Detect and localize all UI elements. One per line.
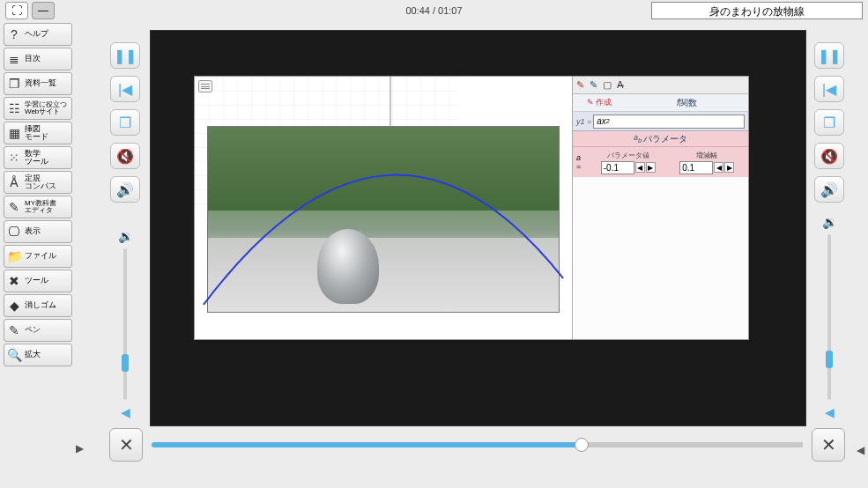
header: ⛶ — 00:44 / 01:07 身のまわりの放物線: [0, 0, 868, 21]
help-icon: ?: [4, 24, 24, 45]
documents-icon: ❐: [4, 73, 24, 94]
right-controls: ❚❚ |◀ ❐ 🔇 🔊 🔉 ◀ ⟲: [813, 42, 845, 462]
param-value-input[interactable]: [601, 161, 634, 174]
slider-track[interactable]: [123, 248, 127, 400]
param-ab-label: ab: [634, 133, 642, 144]
param-step-input[interactable]: [679, 161, 713, 174]
sidebar-item-label: ヘルプ: [24, 30, 71, 38]
close-button-left[interactable]: ✕: [109, 428, 143, 462]
sidebar-item-toc[interactable]: ≣目次: [4, 48, 72, 70]
sidebar-item-display[interactable]: 🖵表示: [4, 220, 72, 243]
folder-icon: 📁: [4, 246, 24, 267]
slider-top-icon: 🔉: [118, 229, 133, 243]
sidebar-item-pen[interactable]: ✎ペン: [4, 319, 72, 342]
fp-toolbar: ✎ ✎ ▢ A̶: [573, 77, 748, 94]
graph-area[interactable]: [195, 77, 572, 339]
sidebar-item-label: 挿図 モード: [24, 125, 71, 142]
math-icon: ⁙: [4, 147, 24, 168]
window-button[interactable]: ❐: [110, 109, 140, 136]
slider-bottom-icon: ◀: [121, 405, 130, 419]
slider-top-icon-r: 🔉: [822, 215, 837, 229]
sidebar-item-websites[interactable]: ☷学習に役立つ Webサイト: [4, 97, 72, 120]
left-sidebar: ?ヘルプ ≣目次 ❐資料一覧 ☷学習に役立つ Webサイト ▦挿図 モード ⁙数…: [4, 23, 72, 366]
sidebar-item-label: 消しゴム: [24, 301, 71, 309]
zoom-icon: 🔍: [4, 344, 24, 366]
tool-icon[interactable]: ✎: [576, 79, 584, 91]
param-inc-button[interactable]: ▶: [646, 162, 656, 173]
sidebar-item-help[interactable]: ?ヘルプ: [4, 23, 72, 46]
monitor-icon: 🖵: [4, 221, 24, 242]
sidebar-item-label: ペン: [24, 326, 71, 334]
tool-icon[interactable]: A̶: [617, 79, 624, 91]
mute-button[interactable]: 🔇: [110, 143, 140, 169]
slider-bottom-icon-r: ◀: [825, 405, 835, 419]
tools-icon: ✖: [4, 270, 24, 292]
pause-button-r[interactable]: ❚❚: [814, 42, 844, 69]
volume-button[interactable]: 🔊: [110, 176, 140, 203]
fountain-photo: [207, 126, 560, 313]
param-col1-header: パラメータ値: [607, 151, 649, 160]
prev-button-r[interactable]: |◀: [814, 76, 844, 102]
sidebar-item-resources[interactable]: ❐資料一覧: [4, 72, 72, 95]
tool-icon[interactable]: ✎: [590, 79, 597, 91]
close-button-right[interactable]: ✕: [812, 428, 845, 462]
sidebar-item-label: ツール: [24, 277, 71, 285]
prev-button[interactable]: |◀: [110, 76, 140, 102]
left-controls: ❚❚ |◀ ❐ 🔇 🔊 🔉 🔉 ◀ ⟲: [109, 42, 141, 462]
sidebar-item-label: 表示: [24, 227, 71, 235]
sidebar-item-label: 目次: [24, 55, 71, 63]
page-title: 身のまわりの放物線: [651, 2, 863, 19]
volume-slider-left[interactable]: 🔉 🔉 ◀: [118, 210, 133, 428]
sidebar-item-label: 資料一覧: [24, 79, 71, 87]
param-header: ab パラメータ: [573, 131, 748, 147]
image-icon: ▦: [4, 122, 24, 144]
sidebar-item-tools[interactable]: ✖ツール: [4, 270, 72, 292]
function-panel: ✎ ✎ ▢ A̶ ✎ 作成 f関数 y1 = ax2 ab パラメータ a = …: [572, 77, 748, 339]
sidebar-item-label: ファイル: [24, 252, 71, 260]
sidebar-item-zoom[interactable]: 🔍拡大: [4, 344, 72, 366]
timeline-slider[interactable]: [152, 442, 803, 447]
eraser-icon: ◆: [4, 295, 24, 316]
edit-icon: ✎: [4, 196, 24, 218]
sidebar-item-label: 数学 ツール: [24, 150, 71, 166]
step-dec-button[interactable]: ◀: [714, 162, 723, 173]
tool-icon[interactable]: ▢: [603, 79, 612, 91]
minimize-button[interactable]: —: [32, 2, 55, 19]
param-row: a = パラメータ値 ◀ ▶ 増減幅 ◀ ▶: [573, 147, 748, 177]
volume-button-r[interactable]: 🔊: [814, 176, 844, 203]
fp-tab-function[interactable]: f関数: [626, 97, 748, 109]
equation-input[interactable]: ax2: [593, 115, 745, 129]
sidebar-expand-icon[interactable]: ▶: [76, 442, 84, 455]
sidebar-item-editor[interactable]: ✎MY教科書 エディタ: [4, 196, 72, 218]
sidebar-item-label: 学習に役立つ Webサイト: [24, 101, 71, 116]
grid-icon: ☷: [4, 98, 24, 119]
sidebar-item-label: MY教科書 エディタ: [24, 200, 71, 215]
compass-icon: Å: [4, 172, 24, 193]
content-overlay: ✎ ✎ ▢ A̶ ✎ 作成 f関数 y1 = ax2 ab パラメータ a = …: [194, 76, 749, 340]
sidebar-item-mathtools[interactable]: ⁙数学 ツール: [4, 146, 72, 169]
window-button-r[interactable]: ❐: [814, 109, 844, 136]
sidebar-item-ruler[interactable]: Å定規 コンパス: [4, 171, 72, 194]
list-icon: ≣: [4, 48, 24, 70]
sidebar-item-label: 拡大: [24, 351, 71, 359]
fullscreen-button[interactable]: ⛶: [5, 2, 28, 19]
volume-slider-right[interactable]: 🔉 ◀: [822, 210, 837, 428]
step-inc-button[interactable]: ▶: [724, 162, 734, 173]
sidebar-item-label: 定規 コンパス: [24, 174, 71, 191]
mute-button-r[interactable]: 🔇: [814, 143, 844, 169]
sidebar-item-insert[interactable]: ▦挿図 モード: [4, 122, 72, 144]
param-col2-header: 増減幅: [696, 151, 717, 160]
timecode: 00:44 / 01:07: [405, 5, 462, 16]
sidebar-item-eraser[interactable]: ◆消しゴム: [4, 294, 72, 317]
param-dec-button[interactable]: ◀: [635, 162, 645, 173]
fp-tab-create[interactable]: ✎ 作成: [573, 97, 626, 108]
slider-track-r[interactable]: [827, 234, 831, 400]
equation-row: y1 = ax2: [573, 112, 748, 131]
pen-icon: ✎: [4, 320, 24, 341]
pause-button[interactable]: ❚❚: [110, 42, 140, 69]
sidebar-item-file[interactable]: 📁ファイル: [4, 245, 72, 268]
right-expand-icon[interactable]: ◀: [857, 444, 864, 456]
timeline-bar: ✕ ✕: [109, 428, 845, 462]
param-a-label: a =: [576, 153, 587, 171]
fp-tabs: ✎ 作成 f関数: [573, 94, 748, 112]
